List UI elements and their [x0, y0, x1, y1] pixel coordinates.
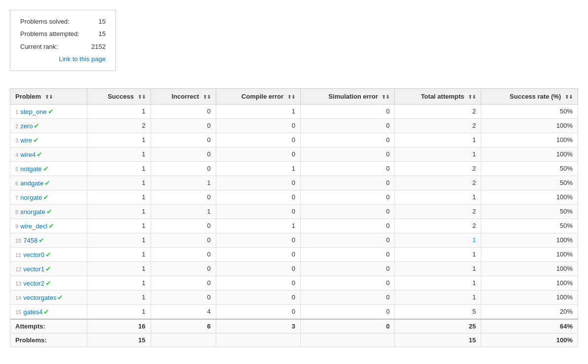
check-icon: ✔ — [48, 108, 54, 115]
row-number: 12 — [15, 266, 21, 272]
cell-simulation-error: 0 — [300, 190, 394, 204]
problem-cell: 8xnorgate✔ — [10, 204, 87, 218]
cell-success: 1 — [87, 233, 151, 247]
cell-success: 1 — [87, 218, 151, 233]
cell-simulation-error: 0 — [300, 204, 394, 218]
cell-success-rate: 50% — [481, 104, 578, 118]
cell-success-rate: 50% — [481, 161, 578, 176]
sort-icon-total-attempts: ⬆⬇ — [468, 94, 476, 100]
cell-success: 1 — [87, 261, 151, 276]
col-success[interactable]: Success ⬆⬇ — [87, 88, 151, 104]
cell-incorrect: 0 — [151, 133, 216, 147]
cell-incorrect: 0 — [151, 276, 216, 290]
row-number: 5 — [15, 166, 18, 172]
check-icon: ✔ — [37, 150, 42, 158]
sort-icon-incorrect: ⬆⬇ — [203, 94, 211, 100]
row-number: 13 — [15, 281, 21, 287]
col-success-rate[interactable]: Success rate (%) ⬆⬇ — [481, 88, 578, 104]
stats-box: Problems solved: 15 Problems attempted: … — [10, 10, 116, 71]
row-number: 11 — [15, 252, 21, 258]
cell-success: 1 — [87, 304, 151, 319]
check-icon: ✔ — [43, 193, 49, 201]
table-row: 5notgate✔1010250% — [10, 161, 578, 176]
cell-success: 1 — [87, 204, 151, 218]
cell-simulation-error: 0 — [300, 133, 394, 147]
cell-success-rate: 100% — [481, 118, 578, 133]
col-compile-error[interactable]: Compile error ⬆⬇ — [216, 88, 300, 104]
cell-compile-error: 1 — [216, 161, 300, 176]
footer-attempts-label: Attempts: — [10, 319, 87, 333]
cell-compile-error: 0 — [216, 290, 300, 304]
problem-link[interactable]: vector2 — [23, 280, 44, 287]
row-number: 8 — [15, 209, 18, 215]
problem-link[interactable]: wire — [20, 137, 32, 144]
col-simulation-error[interactable]: Simulation error ⬆⬇ — [300, 88, 394, 104]
row-number: 15 — [15, 309, 21, 315]
cell-compile-error: 0 — [216, 176, 300, 190]
problem-link[interactable]: vector1 — [23, 265, 44, 273]
problem-link[interactable]: vector0 — [23, 251, 44, 258]
footer-attempts-simulation-error: 0 — [300, 319, 394, 333]
cell-total-attempts: 2 — [395, 104, 481, 118]
check-icon: ✔ — [34, 122, 39, 130]
col-problem[interactable]: Problem ⬆⬇ — [10, 88, 87, 104]
cell-compile-error: 0 — [216, 133, 300, 147]
cell-success-rate: 100% — [481, 233, 578, 247]
problem-link[interactable]: wire4 — [20, 151, 36, 158]
cell-total-attempts: 2 — [395, 204, 481, 218]
row-number: 6 — [15, 181, 18, 186]
cell-success: 1 — [87, 276, 151, 290]
cell-simulation-error: 0 — [300, 218, 394, 233]
row-number: 2 — [15, 123, 18, 129]
problem-link[interactable]: zero — [20, 122, 33, 130]
cell-success: 1 — [87, 147, 151, 161]
cell-success: 1 — [87, 247, 151, 261]
table-row: 1step_one✔1010250% — [10, 104, 578, 118]
problem-link[interactable]: step_one — [20, 108, 47, 115]
cell-compile-error: 1 — [216, 104, 300, 118]
cell-simulation-error: 0 — [300, 147, 394, 161]
problem-cell: 4wire4✔ — [10, 147, 87, 161]
current-rank-value: 2152 — [81, 40, 108, 53]
col-incorrect[interactable]: Incorrect ⬆⬇ — [151, 88, 216, 104]
cell-success: 2 — [87, 118, 151, 133]
problem-link[interactable]: norgate — [20, 194, 42, 201]
problem-cell: 5notgate✔ — [10, 161, 87, 176]
cell-simulation-error: 0 — [300, 233, 394, 247]
cell-success-rate: 100% — [481, 147, 578, 161]
problem-link[interactable]: andgate — [20, 180, 43, 187]
cell-success-rate: 100% — [481, 190, 578, 204]
col-total-attempts[interactable]: Total attempts ⬆⬇ — [395, 88, 481, 104]
footer-problems-compile-error — [216, 333, 300, 347]
problem-link[interactable]: notgate — [20, 165, 41, 173]
footer-attempts-rate: 64% — [481, 319, 578, 333]
total-attempts-value: 1 — [472, 236, 476, 244]
cell-compile-error: 0 — [216, 190, 300, 204]
table-row: 7norgate✔10001100% — [10, 190, 578, 204]
row-number: 14 — [15, 295, 21, 301]
table-row: 8xnorgate✔1100250% — [10, 204, 578, 218]
link-to-page[interactable]: Link to this page — [59, 55, 106, 63]
cell-simulation-error: 0 — [300, 161, 394, 176]
cell-incorrect: 0 — [151, 147, 216, 161]
problem-link[interactable]: gates4 — [23, 308, 42, 316]
footer-problems-total: 15 — [395, 333, 481, 347]
problem-link[interactable]: wire_decl — [20, 222, 47, 230]
problem-link[interactable]: vectorgates — [23, 294, 56, 301]
cell-incorrect: 0 — [151, 190, 216, 204]
sort-icon-simulation-error: ⬆⬇ — [382, 94, 390, 100]
cell-simulation-error: 0 — [300, 118, 394, 133]
problem-cell: 13vector2✔ — [10, 276, 87, 290]
problem-cell: 15gates4✔ — [10, 304, 87, 319]
cell-success-rate: 100% — [481, 133, 578, 147]
table-row: 9wire_decl✔1010250% — [10, 218, 578, 233]
problem-cell: 1step_one✔ — [10, 104, 87, 118]
cell-total-attempts: 2 — [395, 161, 481, 176]
cell-success: 1 — [87, 176, 151, 190]
problem-link[interactable]: 7458 — [23, 237, 38, 244]
cell-success-rate: 50% — [481, 218, 578, 233]
problems-attempted-label: Problems attempted: — [18, 28, 81, 40]
cell-simulation-error: 0 — [300, 247, 394, 261]
current-rank-label: Current rank: — [18, 40, 81, 53]
problem-link[interactable]: xnorgate — [20, 208, 45, 216]
